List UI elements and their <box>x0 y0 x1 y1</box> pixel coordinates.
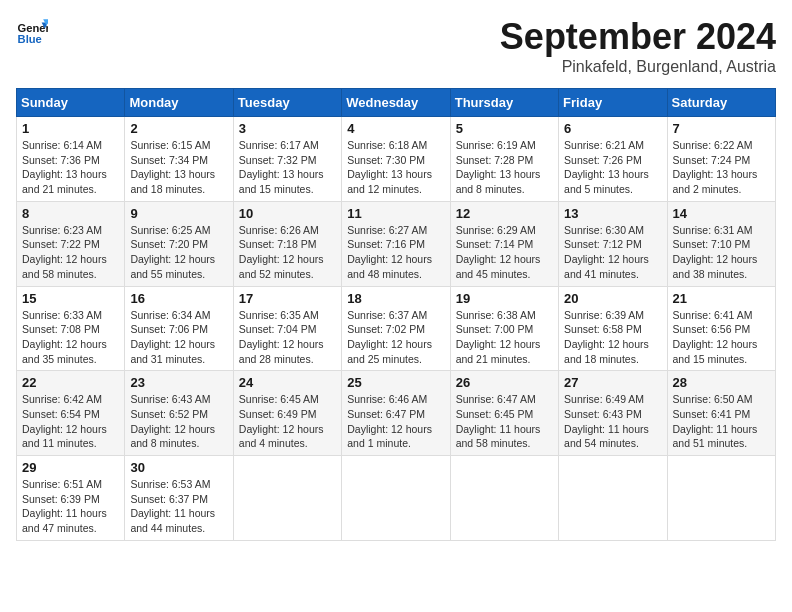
calendar-cell: 27Sunrise: 6:49 AMSunset: 6:43 PMDayligh… <box>559 371 667 456</box>
day-info: Sunrise: 6:46 AMSunset: 6:47 PMDaylight:… <box>347 392 444 451</box>
day-number: 3 <box>239 121 336 136</box>
day-info: Sunrise: 6:42 AMSunset: 6:54 PMDaylight:… <box>22 392 119 451</box>
calendar-week-row: 1Sunrise: 6:14 AMSunset: 7:36 PMDaylight… <box>17 117 776 202</box>
day-info: Sunrise: 6:22 AMSunset: 7:24 PMDaylight:… <box>673 138 770 197</box>
calendar-cell: 26Sunrise: 6:47 AMSunset: 6:45 PMDayligh… <box>450 371 558 456</box>
calendar-cell: 25Sunrise: 6:46 AMSunset: 6:47 PMDayligh… <box>342 371 450 456</box>
calendar-week-row: 8Sunrise: 6:23 AMSunset: 7:22 PMDaylight… <box>17 201 776 286</box>
day-info: Sunrise: 6:53 AMSunset: 6:37 PMDaylight:… <box>130 477 227 536</box>
day-number: 27 <box>564 375 661 390</box>
day-number: 1 <box>22 121 119 136</box>
day-info: Sunrise: 6:29 AMSunset: 7:14 PMDaylight:… <box>456 223 553 282</box>
day-info: Sunrise: 6:50 AMSunset: 6:41 PMDaylight:… <box>673 392 770 451</box>
day-info: Sunrise: 6:23 AMSunset: 7:22 PMDaylight:… <box>22 223 119 282</box>
day-number: 8 <box>22 206 119 221</box>
day-number: 13 <box>564 206 661 221</box>
calendar-cell: 13Sunrise: 6:30 AMSunset: 7:12 PMDayligh… <box>559 201 667 286</box>
calendar-header: SundayMondayTuesdayWednesdayThursdayFrid… <box>17 89 776 117</box>
svg-text:Blue: Blue <box>18 33 42 45</box>
day-info: Sunrise: 6:33 AMSunset: 7:08 PMDaylight:… <box>22 308 119 367</box>
day-info: Sunrise: 6:45 AMSunset: 6:49 PMDaylight:… <box>239 392 336 451</box>
page-header: General Blue September 2024 Pinkafeld, B… <box>16 16 776 76</box>
calendar-day-header: Monday <box>125 89 233 117</box>
calendar-cell: 7Sunrise: 6:22 AMSunset: 7:24 PMDaylight… <box>667 117 775 202</box>
calendar-cell: 21Sunrise: 6:41 AMSunset: 6:56 PMDayligh… <box>667 286 775 371</box>
calendar-cell: 8Sunrise: 6:23 AMSunset: 7:22 PMDaylight… <box>17 201 125 286</box>
calendar-cell: 29Sunrise: 6:51 AMSunset: 6:39 PMDayligh… <box>17 456 125 541</box>
calendar-cell: 16Sunrise: 6:34 AMSunset: 7:06 PMDayligh… <box>125 286 233 371</box>
day-number: 7 <box>673 121 770 136</box>
day-info: Sunrise: 6:25 AMSunset: 7:20 PMDaylight:… <box>130 223 227 282</box>
day-number: 5 <box>456 121 553 136</box>
day-number: 28 <box>673 375 770 390</box>
calendar-cell: 6Sunrise: 6:21 AMSunset: 7:26 PMDaylight… <box>559 117 667 202</box>
calendar-cell: 3Sunrise: 6:17 AMSunset: 7:32 PMDaylight… <box>233 117 341 202</box>
day-number: 12 <box>456 206 553 221</box>
day-number: 11 <box>347 206 444 221</box>
day-number: 9 <box>130 206 227 221</box>
calendar-day-header: Tuesday <box>233 89 341 117</box>
day-number: 14 <box>673 206 770 221</box>
day-number: 17 <box>239 291 336 306</box>
day-info: Sunrise: 6:35 AMSunset: 7:04 PMDaylight:… <box>239 308 336 367</box>
day-number: 19 <box>456 291 553 306</box>
day-number: 2 <box>130 121 227 136</box>
calendar-week-row: 29Sunrise: 6:51 AMSunset: 6:39 PMDayligh… <box>17 456 776 541</box>
day-info: Sunrise: 6:47 AMSunset: 6:45 PMDaylight:… <box>456 392 553 451</box>
calendar-cell <box>559 456 667 541</box>
day-number: 25 <box>347 375 444 390</box>
title-block: September 2024 Pinkafeld, Burgenland, Au… <box>500 16 776 76</box>
calendar-cell <box>233 456 341 541</box>
calendar-cell: 15Sunrise: 6:33 AMSunset: 7:08 PMDayligh… <box>17 286 125 371</box>
day-info: Sunrise: 6:19 AMSunset: 7:28 PMDaylight:… <box>456 138 553 197</box>
day-info: Sunrise: 6:41 AMSunset: 6:56 PMDaylight:… <box>673 308 770 367</box>
day-info: Sunrise: 6:51 AMSunset: 6:39 PMDaylight:… <box>22 477 119 536</box>
day-number: 29 <box>22 460 119 475</box>
day-info: Sunrise: 6:38 AMSunset: 7:00 PMDaylight:… <box>456 308 553 367</box>
page-title: September 2024 <box>500 16 776 58</box>
calendar-cell: 2Sunrise: 6:15 AMSunset: 7:34 PMDaylight… <box>125 117 233 202</box>
calendar-day-header: Friday <box>559 89 667 117</box>
calendar-cell <box>342 456 450 541</box>
calendar-cell: 5Sunrise: 6:19 AMSunset: 7:28 PMDaylight… <box>450 117 558 202</box>
day-number: 24 <box>239 375 336 390</box>
day-info: Sunrise: 6:34 AMSunset: 7:06 PMDaylight:… <box>130 308 227 367</box>
calendar-cell: 12Sunrise: 6:29 AMSunset: 7:14 PMDayligh… <box>450 201 558 286</box>
day-number: 16 <box>130 291 227 306</box>
calendar-cell <box>450 456 558 541</box>
calendar-cell: 28Sunrise: 6:50 AMSunset: 6:41 PMDayligh… <box>667 371 775 456</box>
page-subtitle: Pinkafeld, Burgenland, Austria <box>500 58 776 76</box>
day-info: Sunrise: 6:30 AMSunset: 7:12 PMDaylight:… <box>564 223 661 282</box>
day-info: Sunrise: 6:49 AMSunset: 6:43 PMDaylight:… <box>564 392 661 451</box>
calendar-cell: 1Sunrise: 6:14 AMSunset: 7:36 PMDaylight… <box>17 117 125 202</box>
calendar-cell: 9Sunrise: 6:25 AMSunset: 7:20 PMDaylight… <box>125 201 233 286</box>
day-info: Sunrise: 6:17 AMSunset: 7:32 PMDaylight:… <box>239 138 336 197</box>
day-info: Sunrise: 6:37 AMSunset: 7:02 PMDaylight:… <box>347 308 444 367</box>
calendar-cell <box>667 456 775 541</box>
day-number: 21 <box>673 291 770 306</box>
day-info: Sunrise: 6:39 AMSunset: 6:58 PMDaylight:… <box>564 308 661 367</box>
calendar-cell: 17Sunrise: 6:35 AMSunset: 7:04 PMDayligh… <box>233 286 341 371</box>
day-number: 4 <box>347 121 444 136</box>
calendar-cell: 11Sunrise: 6:27 AMSunset: 7:16 PMDayligh… <box>342 201 450 286</box>
calendar-cell: 4Sunrise: 6:18 AMSunset: 7:30 PMDaylight… <box>342 117 450 202</box>
calendar-day-header: Wednesday <box>342 89 450 117</box>
calendar-table: SundayMondayTuesdayWednesdayThursdayFrid… <box>16 88 776 541</box>
calendar-cell: 23Sunrise: 6:43 AMSunset: 6:52 PMDayligh… <box>125 371 233 456</box>
day-number: 15 <box>22 291 119 306</box>
calendar-week-row: 22Sunrise: 6:42 AMSunset: 6:54 PMDayligh… <box>17 371 776 456</box>
calendar-cell: 18Sunrise: 6:37 AMSunset: 7:02 PMDayligh… <box>342 286 450 371</box>
calendar-cell: 22Sunrise: 6:42 AMSunset: 6:54 PMDayligh… <box>17 371 125 456</box>
calendar-day-header: Thursday <box>450 89 558 117</box>
calendar-cell: 20Sunrise: 6:39 AMSunset: 6:58 PMDayligh… <box>559 286 667 371</box>
day-info: Sunrise: 6:21 AMSunset: 7:26 PMDaylight:… <box>564 138 661 197</box>
day-number: 10 <box>239 206 336 221</box>
day-number: 23 <box>130 375 227 390</box>
day-info: Sunrise: 6:18 AMSunset: 7:30 PMDaylight:… <box>347 138 444 197</box>
calendar-day-header: Sunday <box>17 89 125 117</box>
day-number: 18 <box>347 291 444 306</box>
calendar-week-row: 15Sunrise: 6:33 AMSunset: 7:08 PMDayligh… <box>17 286 776 371</box>
day-info: Sunrise: 6:27 AMSunset: 7:16 PMDaylight:… <box>347 223 444 282</box>
calendar-cell: 30Sunrise: 6:53 AMSunset: 6:37 PMDayligh… <box>125 456 233 541</box>
logo: General Blue <box>16 16 48 48</box>
